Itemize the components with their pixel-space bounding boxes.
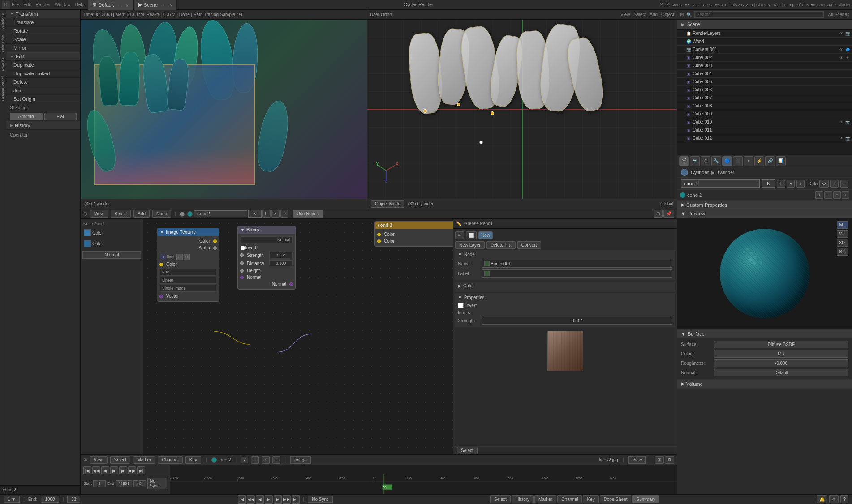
tool-duplicate-linked[interactable]: Duplicate Linked bbox=[6, 69, 80, 78]
status-frame-cur[interactable]: 33 bbox=[67, 496, 80, 503]
it-vector-socket[interactable] bbox=[159, 295, 163, 298]
outliner-cube012[interactable]: ▣ Cube.012 👁 📷 bbox=[677, 134, 852, 142]
tl-select[interactable]: Select bbox=[110, 456, 131, 464]
material-slot[interactable]: cono 2 + − ↑ ↓ bbox=[677, 190, 852, 201]
prop-tab-render[interactable]: 📷 bbox=[690, 156, 700, 166]
tl-start-value[interactable]: 1 bbox=[93, 480, 106, 487]
status-frame-end[interactable]: 1800 bbox=[41, 496, 59, 503]
cam-render-btn[interactable]: 🔷 bbox=[845, 47, 850, 52]
color-swatch-1[interactable] bbox=[84, 229, 91, 236]
outliner-cube003[interactable]: ▣ Cube.003 bbox=[677, 62, 852, 70]
outliner-cube008[interactable]: ▣ Cube.008 bbox=[677, 102, 852, 110]
it-x-btn[interactable]: × bbox=[184, 254, 190, 260]
outliner-cube006[interactable]: ▣ Cube.006 bbox=[677, 86, 852, 94]
status-next[interactable]: ▶ bbox=[274, 495, 282, 504]
mat-f-btn[interactable]: F bbox=[777, 180, 785, 188]
bt-dope-sheet[interactable]: Dope Sheet bbox=[600, 495, 632, 503]
normal-dropdown[interactable]: Normal bbox=[82, 251, 141, 259]
it-browse-btn[interactable]: F bbox=[176, 254, 183, 260]
mat-minus-btn[interactable]: − bbox=[840, 180, 848, 188]
tool-rotate[interactable]: Rotate bbox=[6, 27, 80, 35]
status-skip-end[interactable]: ▶| bbox=[292, 495, 300, 504]
preview-3d-btn[interactable]: 3D bbox=[837, 239, 848, 247]
surface-type-value[interactable]: Diffuse BSDF bbox=[714, 341, 848, 348]
bump-normal-type[interactable]: Normal bbox=[241, 236, 293, 243]
custom-props-title[interactable]: ▶ Custom Properties bbox=[677, 201, 852, 209]
bt-select[interactable]: Select bbox=[490, 495, 511, 503]
gp-new-btn[interactable]: New bbox=[478, 231, 493, 239]
mat-plus-btn[interactable]: + bbox=[830, 180, 839, 188]
outliner-cube007[interactable]: ▣ Cube.007 bbox=[677, 94, 852, 102]
cond2-color1-socket[interactable] bbox=[377, 233, 381, 236]
prop-tab-physics[interactable]: ⚡ bbox=[754, 156, 764, 166]
history-section[interactable]: ▶ History bbox=[6, 121, 80, 130]
bump-strength-socket[interactable] bbox=[240, 253, 244, 257]
bt-marker[interactable]: Marker bbox=[534, 495, 556, 503]
viewport-mode-btn[interactable]: Object Mode bbox=[371, 200, 404, 208]
gp-strength-value[interactable]: 0.564 bbox=[482, 317, 672, 325]
tl-marker[interactable]: Marker bbox=[133, 456, 155, 464]
tl-prev-key[interactable]: ◀◀ bbox=[92, 466, 100, 474]
ne-f-btn[interactable]: F bbox=[262, 210, 271, 218]
tl-f-btn[interactable]: F bbox=[251, 456, 259, 464]
tab-scene-add[interactable]: + bbox=[159, 2, 168, 8]
status-play-rev[interactable]: ◀ bbox=[256, 495, 264, 504]
outliner-search[interactable]: Search bbox=[694, 11, 824, 18]
tl-next-key[interactable]: ▶▶ bbox=[128, 466, 136, 474]
tl-settings-btn[interactable]: ⚙ bbox=[665, 456, 674, 464]
status-prev[interactable]: ◀◀ bbox=[247, 495, 255, 504]
mat-down-btn[interactable]: ↓ bbox=[842, 191, 849, 199]
bt-channel[interactable]: Channel bbox=[557, 495, 582, 503]
tab-scene[interactable]: ▶ Scene + × bbox=[134, 0, 177, 10]
bump-normal-socket-out[interactable] bbox=[289, 282, 293, 286]
ne-material-name[interactable]: cono 2 bbox=[194, 210, 247, 217]
ne-view[interactable]: View bbox=[90, 210, 108, 218]
tab-default[interactable]: ⊞ Default + × bbox=[88, 0, 133, 10]
bump-distance-socket[interactable] bbox=[240, 261, 244, 265]
c002-sel[interactable]: ✦ bbox=[845, 55, 850, 60]
preview-title[interactable]: ▼ Preview bbox=[677, 209, 852, 218]
tool-duplicate[interactable]: Duplicate bbox=[6, 61, 80, 69]
tool-delete[interactable]: Delete bbox=[6, 78, 80, 86]
outliner-cube004[interactable]: ▣ Cube.004 bbox=[677, 70, 852, 78]
shading-smooth[interactable]: Smooth bbox=[10, 113, 43, 120]
bt-summary[interactable]: Summary bbox=[632, 495, 659, 503]
preview-bg-btn[interactable]: BG bbox=[837, 248, 848, 256]
ne-node[interactable]: Node bbox=[152, 210, 171, 218]
prop-tab-particle[interactable]: ✦ bbox=[744, 156, 753, 166]
outliner-cube005[interactable]: ▣ Cube.005 bbox=[677, 78, 852, 86]
bt-history[interactable]: History bbox=[512, 495, 534, 503]
tl-current-frame[interactable]: 33 bbox=[133, 480, 146, 487]
status-next-key[interactable]: ▶▶ bbox=[283, 495, 291, 504]
mat-x-btn[interactable]: × bbox=[787, 180, 795, 188]
tl-skip-end[interactable]: ▶| bbox=[137, 466, 145, 474]
tl-mat-num[interactable]: 2 bbox=[241, 457, 248, 463]
ne-new-btn[interactable]: + bbox=[280, 210, 288, 218]
tool-set-origin[interactable]: Set Origin bbox=[6, 95, 80, 103]
tool-scale[interactable]: Scale bbox=[6, 35, 80, 44]
tab-default-close[interactable]: × bbox=[126, 3, 128, 7]
tl-add-btn[interactable]: + bbox=[272, 456, 280, 464]
volume-title[interactable]: ▶ Volume bbox=[677, 380, 852, 388]
surface-title[interactable]: ▼ Surface bbox=[677, 330, 852, 338]
bump-invert-check[interactable] bbox=[241, 246, 245, 250]
cond2-color2-socket[interactable] bbox=[377, 239, 381, 243]
c010-vis[interactable]: 👁 bbox=[839, 120, 844, 125]
rl-vis-btn[interactable]: 👁 bbox=[839, 31, 844, 36]
shading-flat[interactable]: Flat bbox=[44, 113, 77, 120]
prop-tab-constraints[interactable]: 🔗 bbox=[765, 156, 775, 166]
bt-key[interactable]: Key bbox=[583, 495, 598, 503]
tool-join[interactable]: Join bbox=[6, 86, 80, 95]
tl-next-frame[interactable]: ▶ bbox=[119, 466, 127, 474]
it-single-image-select[interactable]: Single Image bbox=[160, 285, 216, 292]
cam-vis-btn[interactable]: 👁 bbox=[839, 47, 844, 52]
material-name-input[interactable] bbox=[681, 179, 760, 188]
render-canvas[interactable] bbox=[81, 20, 367, 199]
viewport-object-label[interactable]: Object bbox=[661, 12, 674, 17]
outliner-cube002[interactable]: ▣ Cube.002 👁 ✦ bbox=[677, 54, 852, 62]
preview-world-btn[interactable]: W bbox=[837, 230, 848, 238]
c012-vis[interactable]: 👁 bbox=[839, 136, 844, 141]
bump-height-socket[interactable] bbox=[240, 269, 244, 273]
ne-add[interactable]: Add bbox=[133, 210, 150, 218]
status-icon-3[interactable]: ? bbox=[840, 495, 848, 503]
